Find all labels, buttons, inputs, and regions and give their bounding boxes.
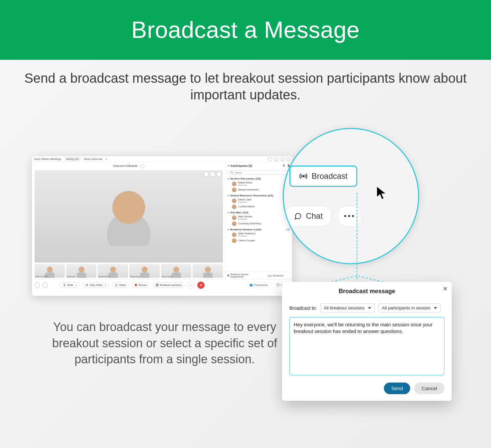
meeting-info-pill[interactable]: Meeting Info xyxy=(64,157,82,161)
participant-group-header[interactable]: ▾Section Discussion (2/2)Join xyxy=(226,176,292,181)
hero-title: Broadcast a Message xyxy=(131,17,360,43)
participant-row[interactable]: Marc BrownModerator xyxy=(226,215,292,221)
meeting-toolbar: Mute Stop Video Share Record Breakout se… xyxy=(32,279,292,290)
body-copy: You can broadcast your message to every … xyxy=(52,319,278,368)
active-video-feed xyxy=(35,170,223,263)
breakout-sessions-button[interactable]: Breakout sessions xyxy=(153,282,185,288)
more-icon: ⋯ xyxy=(190,283,192,286)
record-button[interactable]: Record xyxy=(132,282,150,288)
magnifier-callout: nents Broadcast ants Chat ••• xyxy=(283,128,419,264)
popout-icon[interactable]: ⧉ xyxy=(283,164,285,168)
chat-icon xyxy=(294,212,302,220)
join-link[interactable]: Join xyxy=(286,228,290,231)
share-icon xyxy=(115,283,118,286)
webex-window: Cisco Webex Meetings Meeting Info Show m… xyxy=(32,156,292,296)
panel-title: Participants (9) xyxy=(231,164,252,168)
avatar xyxy=(232,198,237,203)
window-titlebar: Cisco Webex Meetings Meeting Info Show m… xyxy=(32,156,292,162)
participants-panel: ▾ Participants (9) ⧉ ⇅ 🔍 Search ▾Section… xyxy=(226,162,292,279)
broadcast-icon xyxy=(299,172,308,180)
send-button[interactable]: Send xyxy=(384,383,410,394)
participant-row[interactable]: Mike DelamicoModerator xyxy=(226,232,292,238)
end-meeting-button[interactable] xyxy=(197,281,205,289)
participant-row[interactable]: Bessie Alexander xyxy=(226,187,292,193)
svg-rect-0 xyxy=(64,284,65,285)
thumbnail[interactable]: SHN7-17-ARBS xyxy=(35,264,65,278)
reactions-icon[interactable] xyxy=(35,282,40,288)
video-area: Giacomo Edwards SHN7-17-ARBS David Liam … xyxy=(32,162,226,279)
stop-video-button[interactable]: Stop Video xyxy=(82,282,109,288)
participant-row[interactable]: Courtney Mckinney xyxy=(226,221,292,227)
svg-rect-2 xyxy=(156,284,157,285)
thumbnail[interactable] xyxy=(193,264,223,278)
window-close[interactable] xyxy=(287,158,290,161)
active-speaker-name: Giacomo Edwards xyxy=(32,162,226,169)
close-icon: ✕ xyxy=(443,285,448,292)
thumbnail[interactable]: David Liam xyxy=(66,264,96,278)
app-name: Cisco Webex Meetings xyxy=(34,158,61,161)
show-menu-bar[interactable]: Show menu bar xyxy=(84,158,102,161)
chevron-down-icon: ▾ xyxy=(228,211,229,214)
participants-toggle[interactable]: 👥Participants xyxy=(246,282,271,288)
participants-dropdown[interactable]: All participants in session xyxy=(378,303,441,312)
participant-row[interactable]: Maria RossiModerator xyxy=(226,181,292,187)
participant-group-header[interactable]: ▾Breakout Session 4 (2/2)Join xyxy=(226,227,292,232)
close-icon xyxy=(199,283,203,287)
search-input[interactable]: 🔍 Search xyxy=(228,170,290,175)
layout-grid-icon[interactable] xyxy=(204,171,209,177)
broadcast-button-small[interactable]: ((•)) Broadcast xyxy=(259,272,292,279)
chat-icon: 💬 xyxy=(276,283,280,286)
svg-rect-1 xyxy=(85,284,87,286)
chevron-down-icon: ▾ xyxy=(106,158,107,160)
share-button[interactable]: Share xyxy=(112,282,129,288)
window-minimize[interactable] xyxy=(275,158,278,161)
thumbnail[interactable]: Brenda Song xyxy=(129,264,160,278)
sessions-dropdown[interactable]: All breakout sessions xyxy=(320,303,375,312)
cancel-button[interactable]: Cancel xyxy=(414,383,444,394)
record-icon xyxy=(135,284,137,286)
mute-button[interactable]: Mute xyxy=(60,282,80,288)
participant-row[interactable]: David LiamModerator xyxy=(226,198,292,204)
avatar xyxy=(232,215,237,220)
svg-rect-5 xyxy=(157,285,158,286)
more-button[interactable]: ••• xyxy=(338,205,362,227)
connector-line xyxy=(357,193,357,279)
fullscreen-icon[interactable] xyxy=(216,171,222,177)
thumbnail[interactable]: Alison Cassidy xyxy=(161,264,191,278)
people-icon: 👥 xyxy=(249,283,253,286)
participant-group-header[interactable]: ▾Shared Resource Discussion (2/2)Join xyxy=(226,193,292,198)
camera-icon xyxy=(85,283,88,286)
participant-row[interactable]: Loretta Martin xyxy=(226,204,292,210)
avatar xyxy=(232,232,237,237)
message-textarea[interactable] xyxy=(289,317,444,375)
svg-rect-4 xyxy=(156,285,157,286)
host-badge-icon xyxy=(140,164,144,168)
participant-group-header[interactable]: ▾Ask Marc (2/2)Join xyxy=(226,210,292,215)
chevron-down-icon: ▾ xyxy=(228,228,229,231)
close-button[interactable]: ✕ xyxy=(443,285,448,292)
avatar xyxy=(232,204,237,209)
chevron-down-icon: ▾ xyxy=(228,194,229,197)
chevron-down-icon: ▾ xyxy=(228,177,229,180)
intro-copy: Send a broadcast message to let breakout… xyxy=(0,70,491,103)
broadcast-button[interactable]: Broadcast xyxy=(289,166,357,187)
svg-rect-3 xyxy=(157,284,158,285)
svg-point-6 xyxy=(303,175,304,177)
breakout-assignments-button[interactable]: ▦ Breakout session assignments xyxy=(226,272,259,279)
grid-icon: ▦ xyxy=(227,274,230,277)
help-icon[interactable] xyxy=(268,157,272,161)
chat-button[interactable]: Chat xyxy=(285,205,332,227)
hero-banner: Broadcast a Message xyxy=(0,0,491,60)
modal-title: Broadcast message xyxy=(289,288,444,295)
notes-icon[interactable] xyxy=(43,282,48,288)
broadcast-modal: ✕ Broadcast message Broadcast to: All br… xyxy=(282,282,452,401)
cursor-icon xyxy=(375,185,389,201)
microphone-icon xyxy=(63,283,66,286)
window-maximize[interactable] xyxy=(281,158,284,161)
chevron-down-icon[interactable]: ▾ xyxy=(228,165,229,167)
participant-row[interactable]: Calvin Cooper xyxy=(226,238,292,244)
layout-swap-icon[interactable] xyxy=(210,171,215,177)
more-options-button[interactable]: ⋯ xyxy=(187,281,195,289)
video-thumbnails: SHN7-17-ARBS David Liam Brandon Burke Br… xyxy=(32,263,226,279)
thumbnail[interactable]: Brandon Burke xyxy=(98,264,128,278)
